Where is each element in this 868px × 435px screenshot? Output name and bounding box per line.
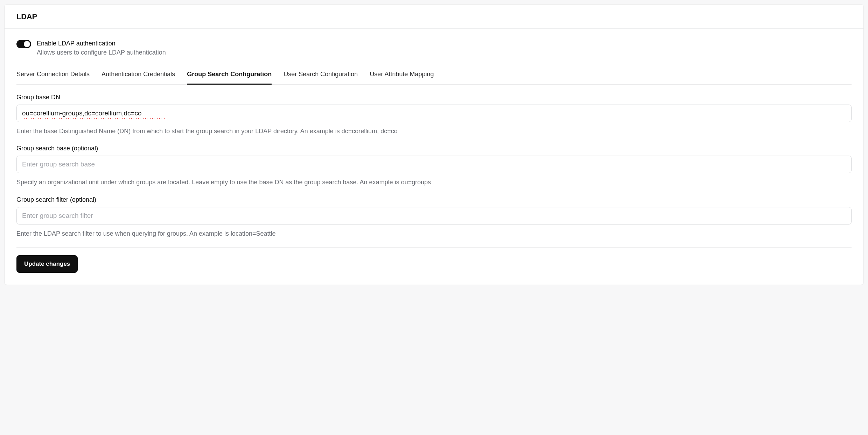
group-search-filter-label: Group search filter (optional) (16, 196, 852, 204)
group-search-filter-input[interactable] (16, 207, 852, 224)
group-search-base-input[interactable] (16, 156, 852, 173)
panel-body: Enable LDAP authentication Allows users … (5, 29, 863, 285)
group-search-filter-help: Enter the LDAP search filter to use when… (16, 229, 852, 238)
ldap-panel: LDAP Enable LDAP authentication Allows u… (4, 4, 864, 285)
tabs: Server Connection Details Authentication… (16, 67, 852, 85)
group-base-dn-input[interactable] (16, 105, 852, 122)
field-group-search-filter: Group search filter (optional) Enter the… (16, 196, 852, 238)
enable-toggle-row: Enable LDAP authentication Allows users … (16, 39, 852, 57)
group-base-dn-label: Group base DN (16, 94, 852, 101)
page-title: LDAP (16, 12, 852, 21)
footer-divider (16, 247, 852, 248)
tab-server-connection-details[interactable]: Server Connection Details (16, 67, 90, 85)
enable-ldap-toggle[interactable] (16, 40, 31, 48)
form-section: Group base DN Enter the base Distinguish… (16, 94, 852, 273)
group-search-base-help: Specify an organizational unit under whi… (16, 178, 852, 187)
toggle-knob-icon (24, 41, 30, 47)
group-base-dn-help: Enter the base Distinguished Name (DN) f… (16, 127, 852, 136)
tab-group-search-configuration[interactable]: Group Search Configuration (187, 67, 272, 85)
toggle-title: Enable LDAP authentication (37, 39, 166, 48)
tab-user-search-configuration[interactable]: User Search Configuration (284, 67, 358, 85)
toggle-labels: Enable LDAP authentication Allows users … (37, 39, 166, 57)
update-changes-button[interactable]: Update changes (16, 255, 78, 273)
field-group-search-base: Group search base (optional) Specify an … (16, 145, 852, 187)
toggle-subtitle: Allows users to configure LDAP authentic… (37, 48, 166, 57)
group-search-base-label: Group search base (optional) (16, 145, 852, 152)
tab-user-attribute-mapping[interactable]: User Attribute Mapping (370, 67, 434, 85)
tab-authentication-credentials[interactable]: Authentication Credentials (102, 67, 175, 85)
panel-header: LDAP (5, 5, 863, 29)
field-group-base-dn: Group base DN Enter the base Distinguish… (16, 94, 852, 136)
